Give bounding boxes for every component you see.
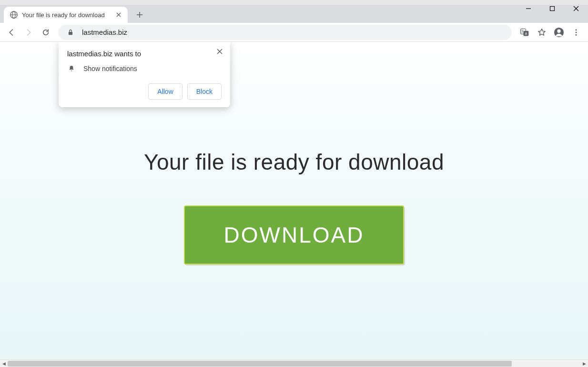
svg-point-20 <box>576 34 577 35</box>
url-text: lastmedias.biz <box>82 28 127 36</box>
notification-permission-prompt: lastmedias.biz wants to Show notificatio… <box>59 42 230 107</box>
globe-icon <box>10 10 18 19</box>
menu-icon[interactable] <box>568 24 584 41</box>
permission-request-row: Show notifications <box>67 64 222 73</box>
forward-button[interactable] <box>21 25 36 40</box>
window-controls <box>517 0 588 17</box>
back-button[interactable] <box>4 25 19 40</box>
page-content: Your file is ready for download DOWNLOAD <box>0 149 588 265</box>
scroll-track[interactable] <box>8 360 580 367</box>
allow-button[interactable]: Allow <box>148 83 182 100</box>
bell-icon <box>67 64 76 73</box>
new-tab-button[interactable] <box>132 8 147 22</box>
permission-actions: Allow Block <box>67 83 222 100</box>
window-minimize-button[interactable] <box>517 0 540 17</box>
permission-title: lastmedias.biz wants to <box>67 50 222 58</box>
svg-point-18 <box>576 29 577 31</box>
scroll-right-arrow[interactable]: ▶ <box>580 360 588 367</box>
tab-title: Your file is ready for download <box>22 11 111 19</box>
svg-text:文: 文 <box>521 30 524 33</box>
toolbar-right: 文A <box>517 24 584 41</box>
svg-point-17 <box>557 29 560 32</box>
scroll-left-arrow[interactable]: ◀ <box>0 360 8 367</box>
page-viewport: Your file is ready for download DOWNLOAD… <box>0 42 588 359</box>
translate-icon[interactable]: 文A <box>517 24 533 41</box>
tab-strip: Your file is ready for download <box>0 5 588 23</box>
window-titlebar <box>0 0 588 5</box>
page-headline: Your file is ready for download <box>144 149 444 175</box>
horizontal-scrollbar[interactable]: ◀ ▶ <box>0 359 588 367</box>
tab-close-button[interactable] <box>114 10 123 19</box>
block-button[interactable]: Block <box>187 83 222 100</box>
address-bar[interactable]: lastmedias.biz <box>58 25 512 40</box>
svg-rect-11 <box>69 31 72 34</box>
star-icon[interactable] <box>534 24 550 41</box>
reload-button[interactable] <box>38 25 53 40</box>
permission-request-label: Show notifications <box>83 65 137 72</box>
svg-point-19 <box>576 31 577 33</box>
scroll-thumb[interactable] <box>8 361 512 367</box>
lock-icon[interactable] <box>64 27 77 38</box>
window-close-button[interactable] <box>564 0 588 17</box>
download-button[interactable]: DOWNLOAD <box>184 205 404 265</box>
profile-icon[interactable] <box>551 24 567 41</box>
svg-rect-1 <box>550 7 555 11</box>
browser-toolbar: lastmedias.biz 文A <box>0 23 588 42</box>
browser-tab[interactable]: Your file is ready for download <box>4 7 128 23</box>
window-maximize-button[interactable] <box>540 0 564 17</box>
permission-close-button[interactable] <box>214 46 225 57</box>
svg-text:A: A <box>525 31 527 35</box>
